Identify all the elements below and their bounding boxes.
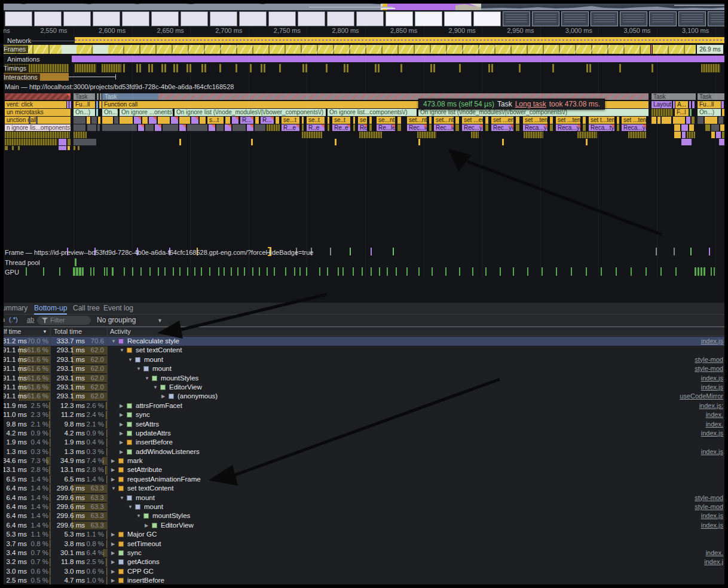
gpu-event[interactable] [43, 267, 44, 276]
source-link[interactable]: style-mod [695, 355, 723, 364]
disclosure-right-icon[interactable]: ▶ [120, 447, 123, 456]
main-thread-title[interactable]: Main — http://localhost:3000/projects/bd… [5, 83, 234, 91]
gpu-event[interactable] [267, 267, 268, 276]
tooltip-long-task-link[interactable]: Long task [515, 100, 546, 108]
gpu-event[interactable] [124, 267, 125, 276]
table-row[interactable]: 3.4 ms0.7 %30.1 ms6.4 %▶syncindex. [0, 549, 728, 557]
gpu-event[interactable] [158, 267, 159, 276]
source-link[interactable]: useCodeMirror [680, 392, 723, 401]
column-activity[interactable]: Activity [110, 328, 131, 335]
table-row[interactable]: 3.0 ms0.6 %3.0 ms0.6 %▶CPP GC [0, 567, 728, 576]
gpu-event[interactable] [601, 267, 602, 276]
gpu-event[interactable] [646, 267, 647, 276]
gpu-event[interactable] [500, 267, 501, 276]
source-link[interactable]: index. [706, 420, 723, 429]
source-link[interactable]: index.js: [699, 401, 723, 410]
table-row[interactable]: 6.4 ms1.4 %299.6 ms63.3 %▼mountstyle-mod [0, 493, 728, 502]
gpu-event[interactable] [445, 267, 446, 276]
column-divider[interactable] [107, 327, 108, 588]
gpu-event[interactable] [112, 267, 114, 276]
source-link[interactable]: index.js [701, 337, 723, 346]
source-link[interactable]: index.js [701, 383, 723, 392]
disclosure-down-icon[interactable]: ▼ [111, 484, 116, 493]
gpu-event[interactable] [396, 267, 397, 276]
gpu-event[interactable] [472, 267, 473, 276]
gpu-event[interactable] [418, 267, 420, 276]
disclosure-right-icon[interactable]: ▶ [120, 429, 123, 438]
gpu-event[interactable] [82, 267, 84, 276]
gpu-event[interactable] [149, 267, 151, 276]
thread-pool-event[interactable] [75, 258, 77, 266]
gpu-event[interactable] [93, 267, 94, 276]
gpu-event[interactable] [485, 267, 487, 276]
gpu-event[interactable] [353, 267, 354, 276]
gpu-event[interactable] [173, 267, 174, 276]
table-row[interactable]: 5.3 ms1.1 %5.3 ms1.1 %▶Major GC [0, 530, 728, 539]
tab-ummary[interactable]: ummary [2, 303, 27, 314]
gpu-event[interactable] [379, 267, 380, 276]
disclosure-right-icon[interactable]: ▶ [111, 456, 115, 465]
gpu-event[interactable] [695, 267, 696, 276]
frame-track-event[interactable] [690, 248, 692, 255]
disclosure-right-icon[interactable]: ▶ [111, 557, 115, 566]
thread-pool-label[interactable]: Thread pool [5, 259, 40, 267]
frame-track-event[interactable] [393, 248, 394, 255]
gpu-event[interactable] [542, 267, 543, 276]
gpu-event[interactable] [285, 267, 286, 276]
table-row[interactable]: 4.2 ms0.9 %4.2 ms0.9 %▶updateAttrsindex.… [0, 429, 728, 438]
gpu-event[interactable] [274, 267, 275, 276]
gpu-event[interactable] [459, 267, 460, 276]
disclosure-right-icon[interactable]: ▶ [120, 438, 123, 447]
disclosure-right-icon[interactable]: ▶ [111, 549, 115, 557]
gpu-event[interactable] [164, 267, 166, 276]
gpu-event[interactable] [342, 267, 344, 276]
disclosure-down-icon[interactable]: ▼ [136, 511, 141, 520]
sort-arrow-icon[interactable]: ▼ [42, 329, 47, 334]
disclosure-right-icon[interactable]: ▶ [111, 475, 115, 484]
source-link[interactable]: style-mod [695, 364, 723, 373]
gpu-event[interactable] [362, 267, 363, 276]
frame-track-event[interactable] [350, 248, 351, 255]
table-row[interactable]: 34.6 ms7.3 %34.9 ms7.4 %▶mark [0, 456, 728, 465]
table-row[interactable]: 6.4 ms1.4 %299.6 ms63.3 %▼set textConten… [0, 484, 728, 493]
disclosure-down-icon[interactable]: ▼ [111, 337, 116, 346]
gpu-event[interactable] [194, 267, 195, 276]
column-total-time[interactable]: Total time [54, 328, 82, 335]
network-track-label[interactable]: Network [5, 37, 33, 45]
gpu-event[interactable] [140, 267, 142, 276]
gpu-event[interactable] [252, 267, 253, 276]
gpu-event[interactable] [244, 267, 245, 276]
gpu-event[interactable] [660, 267, 662, 276]
gpu-event[interactable] [698, 267, 699, 276]
gpu-event[interactable] [703, 267, 705, 276]
source-link[interactable]: style-mod [695, 493, 723, 502]
gpu-event[interactable] [187, 267, 188, 276]
gpu-event[interactable] [387, 267, 388, 276]
gpu-event[interactable] [527, 267, 528, 276]
disclosure-down-icon[interactable]: ▼ [128, 502, 133, 511]
gpu-event[interactable] [209, 267, 210, 276]
regex-icon[interactable]: (.*) [9, 316, 18, 323]
disclosure-down-icon[interactable]: ▼ [136, 364, 141, 373]
source-link[interactable]: index. [706, 549, 723, 557]
source-link[interactable]: style-mod [695, 502, 723, 511]
disclosure-down-icon[interactable]: ▼ [120, 493, 124, 502]
gpu-event[interactable] [711, 267, 712, 276]
tab-call-tree[interactable]: Call tree [73, 303, 100, 314]
gpu-event[interactable] [231, 267, 232, 276]
source-link[interactable]: index.js [701, 521, 723, 530]
gpu-event[interactable] [319, 267, 320, 276]
gpu-event[interactable] [631, 267, 632, 276]
frame-track-event[interactable] [371, 248, 372, 255]
disclosure-right-icon[interactable]: ▶ [111, 540, 115, 549]
gpu-event[interactable] [237, 267, 238, 276]
gpu-event[interactable] [299, 267, 301, 276]
tab-event-log[interactable]: Event log [103, 303, 133, 314]
table-row[interactable]: 9.8 ms2.1 %9.8 ms2.1 %▶setAttrsindex. [0, 420, 728, 429]
gpu-event[interactable] [294, 267, 295, 276]
frame-track-event[interactable] [674, 248, 675, 255]
gpu-event[interactable] [179, 267, 181, 276]
gpu-event[interactable] [76, 267, 78, 276]
source-link[interactable]: index.js [701, 374, 723, 383]
source-link[interactable]: index.js [701, 429, 723, 438]
